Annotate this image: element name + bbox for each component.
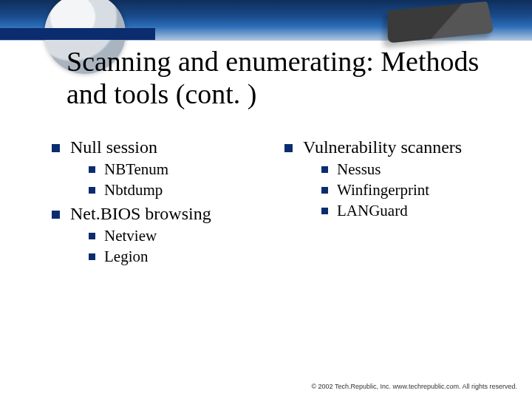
list-item: Winfingerprint — [321, 181, 502, 200]
bullet-icon — [321, 187, 328, 194]
slide-body: Null session NBTenum Nbtdump Net.BIOS br… — [52, 133, 502, 268]
item-label: Nessus — [337, 160, 381, 179]
accent-bar — [0, 28, 155, 40]
item-label: Null session — [70, 137, 157, 157]
item-label: Netview — [104, 227, 157, 245]
bullet-icon — [284, 144, 293, 152]
list-item: Vulnerability scanners — [284, 137, 502, 157]
item-label: Vulnerability scanners — [303, 137, 462, 157]
bullet-icon — [89, 187, 95, 194]
right-column: Vulnerability scanners Nessus Winfingerp… — [284, 133, 502, 268]
slide: { "title": "Scanning and enumerating: Me… — [0, 0, 532, 399]
item-label: Nbtdump — [104, 181, 163, 200]
list-item: Null session — [52, 137, 270, 157]
item-label: NBTenum — [104, 160, 168, 179]
list-item: LANGuard — [321, 202, 502, 220]
left-column: Null session NBTenum Nbtdump Net.BIOS br… — [52, 133, 270, 268]
slide-title: Scanning and enumerating: Methods and to… — [66, 46, 480, 110]
item-label: LANGuard — [337, 202, 408, 220]
bullet-icon — [321, 208, 328, 214]
list-item: Legion — [89, 248, 270, 266]
bullet-icon — [52, 211, 60, 219]
copyright-footer: © 2002 Tech.Republic, Inc. www.techrepub… — [311, 383, 517, 390]
list-item: NBTenum — [89, 160, 270, 179]
item-label: Winfingerprint — [337, 181, 429, 200]
bullet-icon — [52, 144, 60, 152]
list-item: Netview — [89, 227, 270, 245]
list-item: Nbtdump — [89, 181, 270, 200]
list-item: Net.BIOS browsing — [52, 204, 270, 224]
list-item: Nessus — [321, 160, 502, 179]
bullet-icon — [89, 253, 95, 260]
bullet-icon — [321, 166, 328, 173]
item-label: Net.BIOS browsing — [70, 204, 211, 224]
bullet-icon — [89, 233, 95, 239]
bullet-icon — [89, 166, 95, 173]
item-label: Legion — [104, 248, 148, 266]
